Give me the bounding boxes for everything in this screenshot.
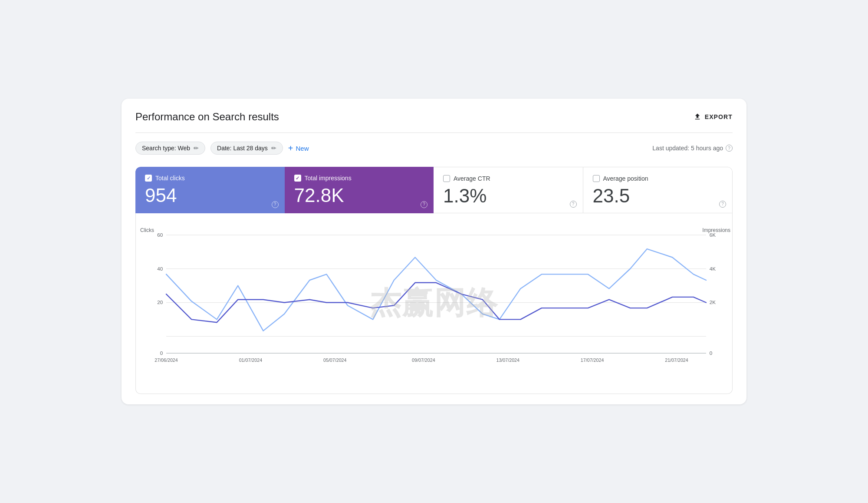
header-divider [135,132,733,133]
impressions-help-icon[interactable]: ? [421,201,427,208]
svg-text:60: 60 [157,232,163,238]
last-updated: Last updated: 5 hours ago ? [652,145,733,152]
svg-text:17/07/2024: 17/07/2024 [581,357,604,362]
export-icon [694,113,701,121]
svg-text:09/07/2024: 09/07/2024 [412,357,435,362]
impressions-value: 72.8K [294,185,424,206]
search-type-filter[interactable]: Search type: Web ✏ [135,142,205,155]
impressions-checkbox[interactable] [294,175,301,182]
date-filter[interactable]: Date: Last 28 days ✏ [210,142,283,155]
svg-text:21/07/2024: 21/07/2024 [665,357,688,362]
clicks-checkbox[interactable] [145,175,152,182]
svg-text:01/07/2024: 01/07/2024 [239,357,263,362]
clicks-help-icon[interactable]: ? [272,201,279,208]
chart-svg: 60 40 20 0 6K 4K 2K 0 27/06/2024 [166,235,706,370]
plus-icon: + [288,143,293,153]
position-value: 23.5 [593,185,723,206]
impressions-line [166,249,706,331]
svg-text:27/06/2024: 27/06/2024 [155,357,178,362]
svg-text:0: 0 [160,350,163,356]
edit-date-icon: ✏ [271,145,276,152]
right-axis-title: Impressions [702,227,730,233]
left-axis-title: Clicks [140,227,154,233]
header-row: Performance on Search results EXPORT [135,111,733,123]
last-updated-help-icon[interactable]: ? [726,145,733,152]
chart-container: Clicks Impressions 60 40 20 0 6K 4K 2K 0 [136,222,732,389]
svg-text:13/07/2024: 13/07/2024 [496,357,519,362]
impressions-label: Total impressions [305,175,352,182]
clicks-label: Total clicks [155,175,185,182]
metrics-row: Total clicks 954 ? Total impressions 72.… [135,167,733,213]
ctr-help-icon[interactable]: ? [570,201,577,208]
position-checkbox[interactable] [593,175,600,182]
svg-text:4K: 4K [710,265,716,271]
export-button[interactable]: EXPORT [694,113,733,121]
clicks-help: ? [272,200,279,208]
metric-card-position[interactable]: Average position 23.5 ? [583,167,733,213]
svg-text:0: 0 [710,350,713,356]
impressions-help: ? [421,200,427,208]
metric-card-ctr[interactable]: Average CTR 1.3% ? [434,167,583,213]
chart-area: 杰赢网络 Clicks Impressions 60 40 20 0 6K 4 [135,213,733,394]
clicks-value: 954 [145,185,275,206]
page-title: Performance on Search results [135,111,279,123]
filters-row: Search type: Web ✏ Date: Last 28 days ✏ … [135,142,733,155]
position-help: ? [719,199,726,208]
main-card: Performance on Search results EXPORT Sea… [122,99,746,404]
ctr-checkbox[interactable] [443,175,450,182]
svg-text:05/07/2024: 05/07/2024 [323,357,347,362]
metric-card-clicks[interactable]: Total clicks 954 ? [135,167,285,213]
ctr-value: 1.3% [443,185,573,206]
new-button[interactable]: + New [288,143,309,153]
svg-text:20: 20 [157,299,163,305]
svg-text:40: 40 [157,265,163,271]
position-help-icon[interactable]: ? [719,201,726,208]
edit-search-type-icon: ✏ [194,145,199,152]
svg-text:2K: 2K [710,299,716,305]
ctr-help: ? [570,199,577,208]
metric-card-impressions[interactable]: Total impressions 72.8K ? [285,167,434,213]
ctr-label: Average CTR [454,175,490,182]
position-label: Average position [603,175,648,182]
